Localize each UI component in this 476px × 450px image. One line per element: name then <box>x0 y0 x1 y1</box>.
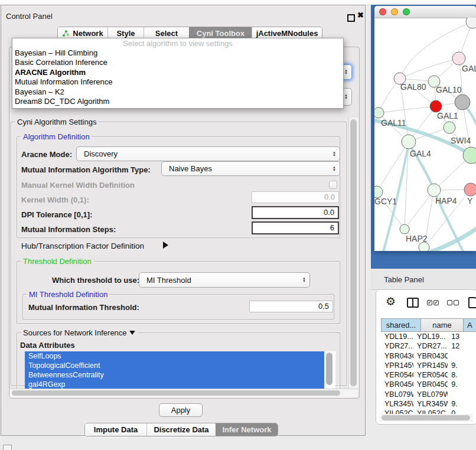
scrollbar-thumb[interactable] <box>350 119 357 386</box>
network-node[interactable] <box>374 186 383 198</box>
group-title: Cyni Algorithm Settings <box>15 118 99 126</box>
close-icon[interactable]: ✖ <box>357 11 364 19</box>
attribute-list-item[interactable]: gal4RGexp <box>25 380 324 389</box>
table-row[interactable]: YER054CYER054C8. <box>381 370 476 380</box>
aracne-mode-combobox[interactable]: Discovery ▲▼ <box>76 146 340 161</box>
column-header-shared-name[interactable]: shared... <box>381 318 421 332</box>
table-cell: YIL052C <box>381 409 413 414</box>
network-view-window: GALGAL80GAL10GAL1GAL11SWI4GAL4GCY1HAP4YH… <box>374 6 476 251</box>
control-panel-title: Control Panel <box>6 12 53 21</box>
network-node[interactable] <box>374 107 384 118</box>
network-node-label: SWI4 <box>451 136 471 145</box>
combo-arrows-icon: ▲▼ <box>302 277 307 283</box>
network-node[interactable] <box>400 224 409 234</box>
table-row[interactable]: YBL079WYBL079W <box>381 390 476 399</box>
network-edge[interactable] <box>405 190 434 229</box>
tab-infer-network[interactable]: Infer Network <box>216 423 278 436</box>
tab-label: Discretize Data <box>154 425 208 434</box>
network-node[interactable] <box>402 135 416 149</box>
mi-threshold-input[interactable]: 0.5 <box>249 301 333 312</box>
grip-square[interactable] <box>3 445 12 450</box>
scrollbar-thumb[interactable] <box>382 415 470 420</box>
network-edge[interactable] <box>400 58 459 79</box>
table-cell: YLR345W <box>381 399 413 409</box>
kernel-width-input[interactable]: 0.0 <box>252 191 339 203</box>
table-cell: YBR045C <box>413 380 448 389</box>
collapse-arrow-icon[interactable] <box>129 331 135 335</box>
table-row[interactable]: YDR27...YDR27...12 <box>381 341 476 351</box>
expand-arrow-icon[interactable] <box>163 242 168 249</box>
attribute-list-item[interactable]: SelfLoops <box>25 351 324 361</box>
table-cell: YPR145W <box>413 361 448 370</box>
network-node[interactable] <box>428 184 441 197</box>
algorithm-option[interactable]: Bayesian – K2 <box>12 87 343 97</box>
select-all-icon[interactable]: ✓✓ <box>427 300 439 305</box>
table-panel-title: Table Panel <box>384 275 424 284</box>
tab-impute-data[interactable]: Impute Data <box>85 423 146 436</box>
table-cell: 9. <box>448 361 476 370</box>
float-window-icon[interactable] <box>347 14 355 22</box>
network-canvas[interactable]: GALGAL80GAL10GAL1GAL11SWI4GAL4GCY1HAP4YH… <box>374 18 476 251</box>
table-cell: YBL079W <box>381 390 413 399</box>
network-node[interactable] <box>466 18 476 28</box>
table-row[interactable]: YPR145WYPR145W9. <box>381 361 476 370</box>
combo-arrows-icon: ▲▼ <box>344 69 349 75</box>
table-row[interactable]: YIL052CYIL052C0. <box>381 409 476 414</box>
manual-kernel-checkbox[interactable] <box>329 181 337 189</box>
network-edge[interactable] <box>379 106 436 113</box>
table-cell: YBR045C <box>381 380 413 389</box>
apply-button[interactable]: Apply <box>159 403 203 417</box>
settings-gear-icon[interactable]: ⚙ <box>386 296 396 307</box>
data-attributes-list[interactable]: SelfLoopsTopologicalCoefficientBetweenne… <box>25 351 335 389</box>
column-layout-icon[interactable] <box>407 298 419 308</box>
tab-discretize-data[interactable]: Discretize Data <box>146 423 216 436</box>
algorithm-option[interactable]: Mutual Information Inference <box>12 77 343 87</box>
table-cell: YLR345W <box>413 399 448 409</box>
mi-algorithm-type-combobox[interactable]: Naive Bayes ▲▼ <box>161 161 340 176</box>
combo-arrows-icon: ▲▼ <box>332 166 337 172</box>
which-threshold-label: Which threshold to use: <box>52 276 139 285</box>
group-title: Algorithm Definition <box>21 132 92 141</box>
table-row[interactable]: YDL19...YDL19...13 <box>381 332 476 341</box>
hub-definition-label: Hub/Transcription Factor Definition <box>21 242 144 250</box>
table-row[interactable]: YBR043CYBR043C <box>381 351 476 361</box>
vertical-scrollbar[interactable] <box>348 118 358 389</box>
table-cell: YDR27... <box>381 341 413 351</box>
which-threshold-combobox[interactable]: MI Threshold ▲▼ <box>139 272 310 288</box>
new-table-icon[interactable] <box>468 297 476 308</box>
network-node[interactable] <box>452 52 465 65</box>
table-row[interactable]: YLR345WYLR345W9. <box>381 399 476 409</box>
algorithm-option[interactable]: Basic Correlation Inference <box>12 58 343 67</box>
table-horizontal-scrollbar[interactable] <box>380 414 473 422</box>
group-title: MI Threshold Definition <box>27 290 110 299</box>
network-node-label: HAP4 <box>435 196 457 206</box>
network-node[interactable] <box>419 242 429 251</box>
zoom-traffic-light-icon[interactable] <box>403 8 410 15</box>
network-node[interactable] <box>455 94 470 110</box>
mi-algorithm-type-label: Mutual Information Algorithm Type: <box>21 165 151 174</box>
horizontal-scrollbar[interactable] <box>9 389 358 397</box>
dpi-tolerance-input[interactable]: 0.0 <box>252 206 339 219</box>
network-node[interactable] <box>444 122 455 133</box>
scrollbar-thumb[interactable] <box>12 390 340 396</box>
algorithm-option[interactable]: ARACNE Algorithm <box>12 68 343 77</box>
table-body[interactable]: YDL19...YDL19...13YDR27...YDR27...12YBR0… <box>381 332 476 414</box>
tab-label: Network <box>73 29 103 38</box>
column-header-partial[interactable]: A <box>464 318 476 332</box>
attribute-list-item[interactable]: TopologicalCoefficient <box>25 361 324 370</box>
network-window-titlebar[interactable] <box>374 6 476 18</box>
list-scrollbar-thumb[interactable] <box>326 353 332 385</box>
table-row[interactable]: YBR045CYBR045C9. <box>381 380 476 389</box>
deselect-all-icon[interactable] <box>447 300 459 305</box>
close-traffic-light-icon[interactable] <box>379 8 386 15</box>
network-node[interactable] <box>464 183 476 196</box>
algorithm-option[interactable]: Bayesian – Hill Climbing <box>12 48 343 58</box>
attribute-list-item[interactable]: BetweennessCentrality <box>25 370 324 380</box>
network-node-label: GAL4 <box>410 149 431 158</box>
column-header-name[interactable]: name <box>421 318 464 332</box>
mi-steps-input[interactable]: 6 <box>252 221 339 234</box>
minimize-traffic-light-icon[interactable] <box>391 8 398 15</box>
table-cell: YER054C <box>381 370 413 380</box>
algorithm-option[interactable]: Dream8 DC_TDC Algorithm <box>12 97 343 106</box>
network-node[interactable] <box>430 100 442 112</box>
